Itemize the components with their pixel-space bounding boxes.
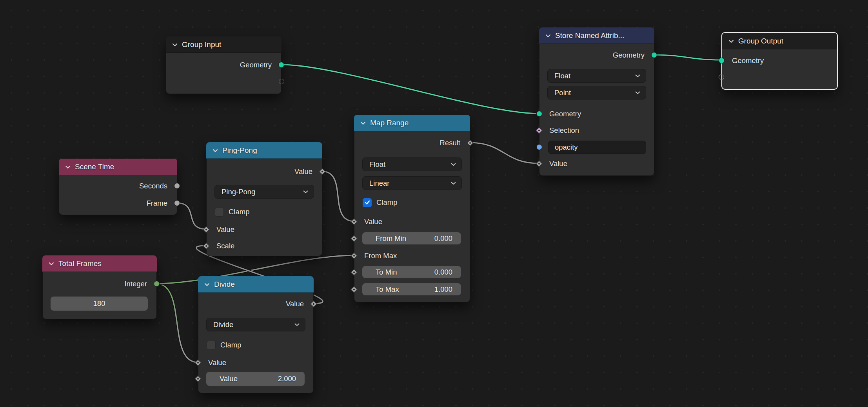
node-title: Map Range: [370, 119, 409, 127]
output-row-frame: Frame: [59, 198, 177, 209]
socket-virtual[interactable]: [719, 74, 724, 80]
clamp-checkbox[interactable]: [215, 208, 224, 217]
socket-geometry-input[interactable]: [536, 111, 542, 117]
node-divide[interactable]: Divide Value Divide Clamp Value Value 2.…: [198, 276, 314, 393]
socket-integer-output[interactable]: [154, 281, 160, 287]
interpolation-dropdown[interactable]: Linear: [362, 176, 462, 190]
input-row-geometry: Geometry: [722, 55, 837, 66]
attribute-name-field[interactable]: opacity: [548, 141, 646, 154]
clamp-row: Clamp: [207, 340, 241, 350]
operation-dropdown[interactable]: Ping-Pong: [214, 185, 314, 199]
field-label: From Min: [376, 234, 406, 243]
field-value: 0.000: [434, 234, 452, 243]
chevron-down-icon: [635, 74, 640, 78]
clamp-label: Clamp: [229, 208, 249, 216]
operation-dropdown[interactable]: Divide: [206, 318, 305, 331]
socket-name-input[interactable]: [536, 144, 542, 150]
collapse-chevron-icon[interactable]: [212, 149, 218, 152]
output-row-value: Value: [207, 166, 322, 177]
input-row-value: Value: [539, 158, 654, 169]
node-title: Divide: [214, 280, 235, 289]
output-row-seconds: Seconds: [59, 181, 177, 192]
collapse-chevron-icon[interactable]: [728, 40, 734, 43]
socket-geometry-output[interactable]: [278, 62, 284, 68]
node-header[interactable]: Ping-Pong: [206, 142, 322, 159]
wire-maprange-result-to-store-value[interactable]: [469, 143, 539, 163]
node-editor-canvas[interactable]: Group Input Geometry Scene Time Seconds …: [0, 0, 868, 407]
collapse-chevron-icon[interactable]: [360, 121, 366, 125]
collapse-chevron-icon[interactable]: [545, 34, 551, 38]
field-value: 2.000: [278, 374, 296, 383]
output-row-geometry: Geometry: [539, 50, 654, 61]
field-label: To Max: [376, 285, 399, 294]
node-title: Store Named Attrib...: [555, 31, 624, 40]
from-min-field[interactable]: From Min 0.000: [362, 232, 461, 244]
node-total-frames[interactable]: Total Frames Integer 180: [42, 255, 157, 319]
collapse-chevron-icon[interactable]: [49, 262, 54, 266]
field-label: Value: [220, 374, 238, 383]
input-row-selection: Selection: [539, 125, 654, 136]
output-row-integer: Integer: [43, 279, 156, 289]
socket-geometry-output[interactable]: [651, 52, 657, 58]
node-ping-pong[interactable]: Ping-Pong Value Ping-Pong Clamp Value Sc…: [206, 142, 322, 256]
clamp-checkbox[interactable]: [207, 341, 216, 350]
chevron-down-icon: [635, 91, 640, 94]
data-type-dropdown[interactable]: Float: [547, 69, 646, 83]
node-header[interactable]: Total Frames: [42, 255, 157, 272]
wire-pingpong-to-maprange-value[interactable]: [321, 171, 354, 221]
to-min-field[interactable]: To Min 0.000: [362, 266, 461, 278]
collapse-chevron-icon[interactable]: [172, 43, 178, 47]
output-row-geometry: Geometry: [166, 60, 281, 71]
node-header[interactable]: Scene Time: [59, 159, 177, 175]
node-header[interactable]: Group Input: [166, 36, 281, 53]
clamp-checkbox[interactable]: [363, 198, 372, 207]
node-store-named-attribute[interactable]: Store Named Attrib... Geometry Float Poi…: [539, 27, 654, 176]
clamp-row: Clamp: [215, 207, 249, 217]
node-scene-time[interactable]: Scene Time Seconds Frame: [59, 159, 177, 215]
socket-virtual[interactable]: [279, 79, 284, 84]
wire-frame-to-pingpong-value[interactable]: [176, 203, 206, 229]
node-header[interactable]: Map Range: [354, 115, 470, 131]
node-title: Ping-Pong: [222, 146, 257, 155]
domain-dropdown[interactable]: Point: [547, 86, 646, 99]
input-row-from-max: From Max: [354, 250, 470, 261]
collapse-chevron-icon[interactable]: [65, 165, 71, 169]
input-row-geometry: Geometry: [539, 109, 654, 119]
wire-integer-to-divide-value[interactable]: [156, 284, 198, 362]
wire-store-to-groupoutput-geometry[interactable]: [654, 55, 721, 60]
node-title: Scene Time: [75, 163, 114, 171]
node-header[interactable]: Store Named Attrib...: [539, 27, 654, 44]
chevron-down-icon: [451, 182, 456, 185]
chevron-down-icon: [294, 323, 300, 326]
value-number-field[interactable]: Value 2.000: [206, 372, 305, 386]
node-title: Total Frames: [58, 259, 102, 268]
field-value: 1.000: [434, 285, 452, 294]
to-max-field[interactable]: To Max 1.000: [362, 283, 461, 295]
input-row-scale: Scale: [207, 241, 322, 251]
field-label: To Min: [376, 268, 397, 277]
clamp-label: Clamp: [376, 198, 397, 207]
node-map-range[interactable]: Map Range Result Float Linear Clamp Valu…: [354, 115, 470, 302]
socket-geometry-input[interactable]: [719, 58, 725, 63]
chevron-down-icon: [451, 163, 456, 166]
socket-seconds-output[interactable]: [174, 183, 180, 189]
input-row-value: Value: [354, 216, 470, 227]
integer-value-field[interactable]: 180: [51, 297, 148, 311]
wire-groupinput-to-store-geometry[interactable]: [281, 65, 539, 114]
node-header[interactable]: Group Output: [722, 33, 837, 49]
collapse-chevron-icon[interactable]: [204, 283, 210, 286]
node-title: Group Output: [738, 37, 783, 45]
clamp-row: Clamp: [363, 197, 397, 208]
chevron-down-icon: [303, 190, 308, 194]
node-group-input[interactable]: Group Input Geometry: [166, 36, 281, 94]
node-group-output[interactable]: Group Output Geometry: [721, 32, 838, 90]
input-row-value: Value: [198, 357, 313, 368]
data-type-dropdown[interactable]: Float: [362, 157, 462, 171]
socket-frame-output[interactable]: [174, 200, 180, 206]
field-value: 0.000: [434, 268, 452, 277]
output-row-result: Result: [354, 137, 470, 148]
output-row-value: Value: [198, 298, 313, 309]
input-row-value: Value: [207, 224, 322, 235]
clamp-label: Clamp: [220, 341, 241, 349]
node-header[interactable]: Divide: [198, 276, 314, 293]
